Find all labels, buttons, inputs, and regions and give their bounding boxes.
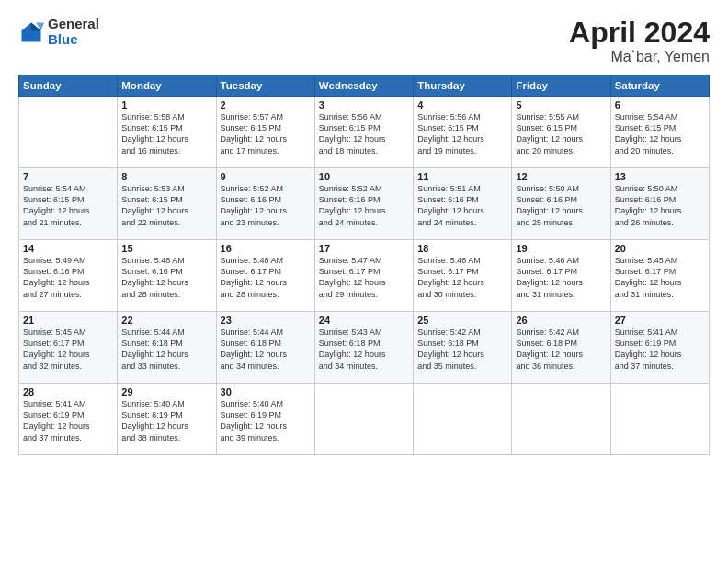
cell-info: Sunrise: 5:57 AM Sunset: 6:15 PM Dayligh… (221, 111, 311, 156)
day-number: 14 (23, 243, 113, 254)
day-number: 3 (319, 99, 409, 110)
logo-icon (18, 19, 44, 45)
cell-info: Sunrise: 5:42 AM Sunset: 6:18 PM Dayligh… (417, 327, 507, 372)
cell-1-4: 11Sunrise: 5:51 AM Sunset: 6:16 PM Dayli… (414, 168, 512, 240)
cell-3-5: 26Sunrise: 5:42 AM Sunset: 6:18 PM Dayli… (512, 312, 610, 384)
cell-info: Sunrise: 5:46 AM Sunset: 6:17 PM Dayligh… (417, 255, 507, 300)
cell-info: Sunrise: 5:41 AM Sunset: 6:19 PM Dayligh… (615, 327, 705, 372)
cell-info: Sunrise: 5:49 AM Sunset: 6:16 PM Dayligh… (23, 255, 113, 300)
day-number: 5 (516, 99, 606, 110)
cell-info: Sunrise: 5:56 AM Sunset: 6:15 PM Dayligh… (417, 111, 507, 156)
week-row-4: 28Sunrise: 5:41 AM Sunset: 6:19 PM Dayli… (19, 384, 710, 455)
cell-4-2: 30Sunrise: 5:40 AM Sunset: 6:19 PM Dayli… (216, 384, 314, 455)
day-number: 23 (221, 315, 311, 326)
day-number: 25 (417, 315, 507, 326)
cell-info: Sunrise: 5:44 AM Sunset: 6:18 PM Dayligh… (221, 327, 311, 372)
cell-2-2: 16Sunrise: 5:48 AM Sunset: 6:17 PM Dayli… (216, 240, 314, 312)
cell-info: Sunrise: 5:48 AM Sunset: 6:17 PM Dayligh… (221, 255, 311, 300)
header: General Blue April 2024 Ma`bar, Yemen (18, 17, 710, 65)
cell-2-3: 17Sunrise: 5:47 AM Sunset: 6:17 PM Dayli… (314, 240, 413, 312)
cell-2-1: 15Sunrise: 5:48 AM Sunset: 6:16 PM Dayli… (118, 240, 216, 312)
day-number: 29 (121, 386, 211, 397)
cell-0-5: 5Sunrise: 5:55 AM Sunset: 6:15 PM Daylig… (512, 97, 610, 168)
week-row-1: 7Sunrise: 5:54 AM Sunset: 6:15 PM Daylig… (19, 168, 710, 240)
cell-info: Sunrise: 5:50 AM Sunset: 6:16 PM Dayligh… (615, 183, 705, 228)
cell-info: Sunrise: 5:52 AM Sunset: 6:16 PM Dayligh… (319, 183, 409, 228)
cell-2-4: 18Sunrise: 5:46 AM Sunset: 6:17 PM Dayli… (414, 240, 512, 312)
cell-2-5: 19Sunrise: 5:46 AM Sunset: 6:17 PM Dayli… (512, 240, 610, 312)
cell-2-6: 20Sunrise: 5:45 AM Sunset: 6:17 PM Dayli… (610, 240, 709, 312)
page: General Blue April 2024 Ma`bar, Yemen Su… (0, 0, 728, 563)
cell-1-1: 8Sunrise: 5:53 AM Sunset: 6:15 PM Daylig… (118, 168, 216, 240)
logo-text: General Blue (48, 17, 99, 47)
cell-info: Sunrise: 5:46 AM Sunset: 6:17 PM Dayligh… (516, 255, 606, 300)
day-number: 16 (221, 243, 311, 254)
cell-3-0: 21Sunrise: 5:45 AM Sunset: 6:17 PM Dayli… (19, 312, 118, 384)
cell-3-3: 24Sunrise: 5:43 AM Sunset: 6:18 PM Dayli… (314, 312, 413, 384)
day-number: 28 (23, 386, 113, 397)
cell-info: Sunrise: 5:41 AM Sunset: 6:19 PM Dayligh… (23, 398, 113, 443)
cell-1-5: 12Sunrise: 5:50 AM Sunset: 6:16 PM Dayli… (512, 168, 610, 240)
day-number: 26 (516, 315, 606, 326)
day-number: 7 (23, 171, 113, 182)
cell-4-3 (314, 384, 413, 455)
day-number: 10 (319, 171, 409, 182)
col-sunday: Sunday (19, 75, 118, 97)
cell-1-3: 10Sunrise: 5:52 AM Sunset: 6:16 PM Dayli… (314, 168, 413, 240)
week-row-0: 1Sunrise: 5:58 AM Sunset: 6:15 PM Daylig… (19, 97, 710, 168)
cell-info: Sunrise: 5:40 AM Sunset: 6:19 PM Dayligh… (121, 398, 211, 443)
cell-1-2: 9Sunrise: 5:52 AM Sunset: 6:16 PM Daylig… (216, 168, 314, 240)
day-number: 20 (615, 243, 705, 254)
day-number: 9 (221, 171, 311, 182)
cell-info: Sunrise: 5:54 AM Sunset: 6:15 PM Dayligh… (23, 183, 113, 228)
cell-info: Sunrise: 5:54 AM Sunset: 6:15 PM Dayligh… (615, 111, 705, 156)
day-number: 21 (23, 315, 113, 326)
cell-4-0: 28Sunrise: 5:41 AM Sunset: 6:19 PM Dayli… (19, 384, 118, 455)
header-row: Sunday Monday Tuesday Wednesday Thursday… (19, 75, 710, 97)
cell-info: Sunrise: 5:51 AM Sunset: 6:16 PM Dayligh… (417, 183, 507, 228)
cell-info: Sunrise: 5:42 AM Sunset: 6:18 PM Dayligh… (516, 327, 606, 372)
cell-4-1: 29Sunrise: 5:40 AM Sunset: 6:19 PM Dayli… (118, 384, 216, 455)
day-number: 18 (417, 243, 507, 254)
cell-info: Sunrise: 5:45 AM Sunset: 6:17 PM Dayligh… (615, 255, 705, 300)
location: Ma`bar, Yemen (569, 49, 710, 65)
day-number: 2 (221, 99, 311, 110)
cell-info: Sunrise: 5:53 AM Sunset: 6:15 PM Dayligh… (121, 183, 211, 228)
logo: General Blue (18, 17, 99, 47)
cell-1-0: 7Sunrise: 5:54 AM Sunset: 6:15 PM Daylig… (19, 168, 118, 240)
cell-info: Sunrise: 5:40 AM Sunset: 6:19 PM Dayligh… (221, 398, 311, 443)
cell-info: Sunrise: 5:55 AM Sunset: 6:15 PM Dayligh… (516, 111, 606, 156)
cell-4-4 (414, 384, 512, 455)
cell-info: Sunrise: 5:43 AM Sunset: 6:18 PM Dayligh… (319, 327, 409, 372)
cell-3-2: 23Sunrise: 5:44 AM Sunset: 6:18 PM Dayli… (216, 312, 314, 384)
col-thursday: Thursday (414, 75, 512, 97)
month-title: April 2024 (569, 17, 710, 49)
col-tuesday: Tuesday (216, 75, 314, 97)
cell-info: Sunrise: 5:58 AM Sunset: 6:15 PM Dayligh… (121, 111, 211, 156)
cell-info: Sunrise: 5:56 AM Sunset: 6:15 PM Dayligh… (319, 111, 409, 156)
cell-0-2: 2Sunrise: 5:57 AM Sunset: 6:15 PM Daylig… (216, 97, 314, 168)
week-row-3: 21Sunrise: 5:45 AM Sunset: 6:17 PM Dayli… (19, 312, 710, 384)
col-monday: Monday (118, 75, 216, 97)
cell-3-4: 25Sunrise: 5:42 AM Sunset: 6:18 PM Dayli… (414, 312, 512, 384)
cell-0-4: 4Sunrise: 5:56 AM Sunset: 6:15 PM Daylig… (414, 97, 512, 168)
week-row-2: 14Sunrise: 5:49 AM Sunset: 6:16 PM Dayli… (19, 240, 710, 312)
day-number: 19 (516, 243, 606, 254)
cell-info: Sunrise: 5:50 AM Sunset: 6:16 PM Dayligh… (516, 183, 606, 228)
logo-general: General (48, 17, 99, 32)
day-number: 1 (121, 99, 211, 110)
cell-0-6: 6Sunrise: 5:54 AM Sunset: 6:15 PM Daylig… (610, 97, 709, 168)
calendar-table: Sunday Monday Tuesday Wednesday Thursday… (18, 75, 710, 455)
cell-info: Sunrise: 5:45 AM Sunset: 6:17 PM Dayligh… (23, 327, 113, 372)
cell-3-1: 22Sunrise: 5:44 AM Sunset: 6:18 PM Dayli… (118, 312, 216, 384)
cell-info: Sunrise: 5:44 AM Sunset: 6:18 PM Dayligh… (121, 327, 211, 372)
day-number: 17 (319, 243, 409, 254)
cell-1-6: 13Sunrise: 5:50 AM Sunset: 6:16 PM Dayli… (610, 168, 709, 240)
day-number: 30 (221, 386, 311, 397)
day-number: 22 (121, 315, 211, 326)
cell-info: Sunrise: 5:47 AM Sunset: 6:17 PM Dayligh… (319, 255, 409, 300)
cell-2-0: 14Sunrise: 5:49 AM Sunset: 6:16 PM Dayli… (19, 240, 118, 312)
col-friday: Friday (512, 75, 610, 97)
day-number: 11 (417, 171, 507, 182)
logo-blue: Blue (48, 32, 99, 48)
